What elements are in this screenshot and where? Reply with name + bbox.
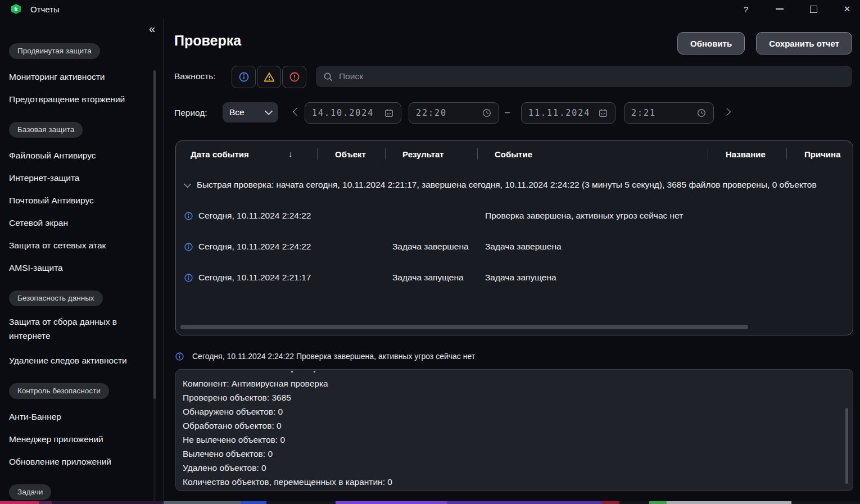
help-button[interactable]: ? (737, 0, 755, 18)
events-table: Дата события ↓ Объект Результат Событие … (175, 140, 853, 335)
sidebar-item-application-updater[interactable]: Обновление приложений (9, 451, 146, 473)
sidebar-item-network-attack-protection[interactable]: Защита от сетевых атак (9, 234, 146, 257)
sidebar-divider (163, 18, 164, 501)
cell-event: Проверка завершена, активных угроз сейча… (485, 203, 683, 228)
date-range-dash: – (505, 107, 510, 117)
column-header-reason[interactable]: Причина (804, 141, 841, 167)
section-badge-basic-protection: Базовая защита (9, 122, 83, 138)
cell-event-date: Сегодня, 10.11.2024 2:21:17 (198, 265, 311, 290)
column-divider (708, 148, 708, 160)
search-input[interactable]: Поиск (316, 66, 852, 87)
cell-result: Задача завершена (392, 234, 469, 259)
date-from-value: 14.10.2024 (312, 108, 374, 118)
selected-event-summary: Сегодня, 10.11.2024 2:24:22 Проверка зав… (175, 349, 475, 363)
save-report-button[interactable]: Сохранить отчет (756, 32, 852, 55)
detail-line: Проверено объектов: 3685 (183, 391, 392, 405)
section-badge-security-control: Контроль безопасности (9, 383, 109, 399)
horizontal-scrollbar-thumb[interactable] (180, 325, 748, 329)
date-to-field[interactable]: 11.11.2024 (521, 102, 615, 124)
table-row[interactable]: Сегодня, 10.11.2024 2:24:22 Задача завер… (176, 234, 852, 259)
sidebar-item-application-manager[interactable]: Менеджер приложений (9, 428, 146, 451)
desktop-edge-strip (0, 501, 860, 504)
sidebar-nav: Продвинутая защита Мониторинг активности… (9, 43, 146, 500)
clock-icon (482, 108, 492, 118)
period-label: Период: (174, 108, 207, 118)
detail-line: Компонент: Антивирусная проверка (183, 376, 392, 391)
info-circle-icon (184, 211, 193, 221)
cell-event-date: Сегодня, 10.11.2024 2:24:22 (198, 234, 311, 259)
severity-filter-group (232, 66, 306, 88)
info-circle-icon (184, 242, 193, 252)
sidebar-item-activity-monitoring[interactable]: Мониторинг активности (9, 66, 146, 88)
cell-result: Задача запущена (392, 265, 464, 290)
clock-icon (696, 108, 707, 118)
sidebar-item-firewall[interactable]: Сетевой экран (9, 212, 146, 234)
sidebar-item-amsi-protection[interactable]: AMSI-защита (9, 257, 146, 279)
sidebar: « Продвинутая защита Мониторинг активнос… (0, 18, 163, 501)
calendar-icon (384, 108, 394, 118)
minimize-icon (776, 8, 784, 10)
column-divider (385, 148, 386, 160)
info-circle-icon (238, 71, 250, 83)
info-circle-icon (175, 352, 184, 361)
summary-text: Сегодня, 10.11.2024 2:24:22 Проверка зав… (192, 352, 475, 361)
table-row[interactable]: Сегодня, 10.11.2024 2:24:22 Проверка зав… (176, 203, 852, 228)
column-header-event-date[interactable]: Дата события (191, 141, 249, 167)
detail-line: Удалено объектов: 0 (183, 461, 392, 475)
severity-info-button[interactable] (232, 66, 256, 88)
detail-line: Не вылечено объектов: 0 (183, 433, 392, 447)
period-select-value: Все (229, 107, 245, 117)
sidebar-item-data-collection-protection[interactable]: Защита от сбора данных в интернете (9, 313, 146, 344)
severity-warning-button[interactable] (257, 66, 281, 88)
column-divider (477, 148, 478, 160)
column-divider (317, 148, 318, 160)
page-title: Проверка (174, 33, 241, 49)
column-header-object[interactable]: Объект (335, 141, 366, 167)
period-prev-button[interactable] (293, 108, 301, 116)
detail-line: Обработано объектов: 0 (183, 419, 392, 433)
info-circle-icon (184, 273, 193, 283)
refresh-button[interactable]: Обновить (677, 32, 745, 55)
clipped-text-fragment (291, 371, 293, 373)
period-next-button[interactable] (723, 108, 731, 116)
close-button[interactable]: ✕ (838, 0, 856, 18)
collapse-icon: « (149, 22, 154, 35)
column-divider (786, 148, 787, 160)
time-to-value: 2:21 (631, 108, 656, 118)
sidebar-item-anti-banner[interactable]: Анти-Баннер (9, 406, 146, 428)
help-icon: ? (744, 4, 748, 14)
column-header-result[interactable]: Результат (402, 141, 444, 167)
sidebar-scrollbar-thumb[interactable] (153, 70, 156, 399)
maximize-button[interactable] (804, 0, 822, 18)
section-badge-tasks: Задачи (9, 484, 51, 500)
severity-critical-button[interactable] (282, 66, 306, 88)
section-badge-data-security: Безопасность данных (9, 290, 103, 306)
sidebar-item-intrusion-prevention[interactable]: Предотвращение вторжений (9, 88, 146, 111)
sidebar-item-activity-traces-removal[interactable]: Удаление следов активности (9, 349, 146, 372)
calendar-icon (598, 108, 608, 118)
column-header-event[interactable]: Событие (495, 141, 532, 167)
date-to-value: 11.11.2024 (528, 108, 590, 118)
sidebar-item-mail-antivirus[interactable]: Почтовый Антивирус (9, 189, 146, 212)
sidebar-collapse-button[interactable]: « (149, 22, 154, 35)
sidebar-item-web-protection[interactable]: Интернет-защита (9, 167, 146, 189)
time-to-field[interactable]: 2:21 (624, 102, 714, 124)
scan-group-row[interactable]: Быстрая проверка: начата сегодня, 10.11.… (176, 172, 852, 197)
minimize-button[interactable] (771, 0, 789, 18)
warning-triangle-icon (263, 71, 275, 83)
clipped-text-fragment (314, 371, 315, 373)
vertical-scrollbar-thumb[interactable] (845, 408, 848, 484)
chevron-down-icon (184, 180, 191, 188)
search-placeholder: Поиск (339, 71, 363, 81)
detail-line: Обнаружено объектов: 0 (183, 405, 392, 419)
table-row[interactable]: Сегодня, 10.11.2024 2:21:17 Задача запущ… (176, 265, 852, 290)
period-select[interactable]: Все (223, 102, 278, 122)
date-from-field[interactable]: 14.10.2024 (305, 102, 401, 124)
sort-desc-icon[interactable]: ↓ (288, 149, 293, 158)
column-header-name[interactable]: Название (726, 141, 766, 167)
sidebar-item-file-antivirus[interactable]: Файловый Антивирус (9, 144, 146, 167)
time-from-field[interactable]: 22:20 (409, 102, 499, 124)
maximize-icon (810, 6, 817, 13)
cell-event: Задача запущена (485, 265, 556, 290)
close-icon: ✕ (844, 4, 851, 14)
